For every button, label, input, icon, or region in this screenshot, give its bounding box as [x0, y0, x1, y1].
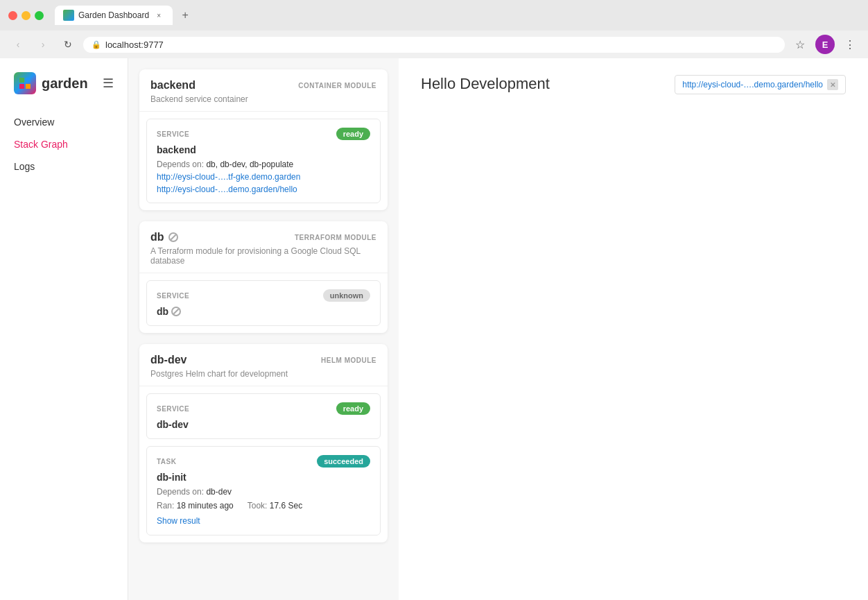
- module-header-backend: backend CONTAINER MODULE Backend service…: [139, 69, 388, 112]
- module-card-db: db TERRAFORM MODULE A Terraform module f…: [139, 221, 388, 333]
- sidebar-item-logs[interactable]: Logs: [0, 155, 128, 178]
- status-badge-db-init: succeeded: [317, 455, 370, 468]
- task-card-db-init: TASK succeeded db-init Depends on: db-de…: [146, 446, 381, 535]
- module-desc-backend: Backend service container: [150, 94, 376, 104]
- service-card-db-dev: SERVICE ready db-dev: [146, 393, 381, 439]
- detail-title: Hello Development: [421, 75, 550, 93]
- module-header-db: db TERRAFORM MODULE A Terraform module f…: [139, 221, 388, 273]
- forward-button[interactable]: ›: [33, 35, 53, 54]
- took-label: Took: 17.6 Sec: [248, 501, 302, 511]
- status-badge-db-dev: ready: [336, 402, 370, 415]
- logo-text: garden: [42, 76, 88, 92]
- sidebar-item-overview[interactable]: Overview: [0, 111, 128, 133]
- traffic-lights: [8, 11, 44, 20]
- module-title-row-backend: backend CONTAINER MODULE: [150, 79, 376, 92]
- depends-on-value-backend: db, db-dev, db-populate: [206, 160, 293, 169]
- status-badge-db: unknown: [323, 289, 370, 302]
- service-header-db: SERVICE unknown: [157, 289, 370, 302]
- status-badge-backend: ready: [336, 128, 370, 140]
- module-card-backend: backend CONTAINER MODULE Backend service…: [139, 69, 388, 210]
- main-content: backend CONTAINER MODULE Backend service…: [128, 58, 868, 600]
- module-card-db-dev: db-dev HELM MODULE Postgres Helm chart f…: [139, 344, 388, 542]
- detail-panel: Hello Development http://eysi-cloud-….de…: [399, 58, 868, 600]
- app-layout: garden ☰ Overview Stack Graph Logs backe…: [0, 58, 868, 600]
- module-header-db-dev: db-dev HELM MODULE Postgres Helm chart f…: [139, 344, 388, 386]
- garden-logo-icon: [14, 72, 36, 94]
- task-type-label-db-init: TASK: [157, 458, 176, 465]
- service-link-2-backend[interactable]: http://eysi-cloud-….demo.garden/hello: [157, 185, 370, 194]
- svg-rect-2: [19, 84, 24, 89]
- module-type-backend: CONTAINER MODULE: [298, 82, 376, 89]
- module-name-backend: backend: [150, 79, 196, 92]
- bookmark-icon[interactable]: ☆: [790, 35, 810, 54]
- module-desc-db-dev: Postgres Helm chart for development: [150, 369, 376, 379]
- service-name-backend: backend: [157, 144, 370, 155]
- svg-rect-1: [26, 78, 31, 83]
- ran-label: Ran: 18 minutes ago: [157, 501, 234, 511]
- sidebar-item-stack-graph[interactable]: Stack Graph: [0, 133, 128, 155]
- tab-title: Garden Dashboard: [78, 10, 149, 20]
- module-name-db-dev: db-dev: [150, 354, 186, 366]
- reload-button[interactable]: ↻: [58, 35, 78, 54]
- no-symbol-db-module: [168, 232, 178, 242]
- user-avatar[interactable]: E: [815, 35, 835, 54]
- depends-on-db-init: Depends on: db-dev: [157, 487, 370, 497]
- sidebar-nav: Overview Stack Graph Logs: [0, 111, 128, 178]
- close-traffic-light[interactable]: [8, 11, 17, 20]
- service-header-backend: SERVICE ready: [157, 128, 370, 140]
- tab-bar: Garden Dashboard × +: [55, 6, 860, 25]
- module-name-db: db: [150, 231, 178, 243]
- module-type-db-dev: HELM MODULE: [321, 357, 376, 364]
- service-header-db-dev: SERVICE ready: [157, 402, 370, 415]
- browser-chrome: Garden Dashboard × + ‹ › ↻ 🔒 localhost:9…: [0, 0, 868, 58]
- module-desc-db: A Terraform module for provisioning a Go…: [150, 246, 376, 266]
- sidebar: garden ☰ Overview Stack Graph Logs: [0, 58, 128, 600]
- browser-titlebar: Garden Dashboard × +: [0, 0, 868, 31]
- lock-icon: 🔒: [92, 40, 101, 49]
- service-type-label-db: SERVICE: [157, 292, 189, 300]
- maximize-traffic-light[interactable]: [35, 11, 44, 20]
- toolbar-right: ☆ E ⋮: [790, 35, 860, 54]
- service-name-db-dev: db-dev: [157, 419, 370, 430]
- service-name-db: db: [157, 306, 370, 317]
- detail-url-text[interactable]: http://eysi-cloud-….demo.garden/hello: [682, 80, 823, 89]
- task-name-db-init: db-init: [157, 472, 370, 483]
- address-text: localhost:9777: [105, 40, 164, 50]
- hamburger-icon[interactable]: ☰: [103, 76, 114, 91]
- depends-on-backend: Depends on: db, db-dev, db-populate: [157, 160, 370, 169]
- detail-url-close-button[interactable]: ✕: [827, 79, 838, 90]
- module-type-db: TERRAFORM MODULE: [295, 234, 376, 241]
- svg-rect-3: [26, 84, 31, 89]
- sidebar-logo: garden ☰: [0, 72, 128, 111]
- active-tab[interactable]: Garden Dashboard ×: [55, 6, 173, 25]
- new-tab-button[interactable]: +: [175, 6, 195, 25]
- detail-header: Hello Development http://eysi-cloud-….de…: [421, 75, 846, 94]
- tab-favicon: [63, 10, 74, 21]
- task-meta-db-init: Ran: 18 minutes ago Took: 17.6 Sec: [157, 501, 370, 511]
- depends-on-value-db-init: db-dev: [206, 487, 232, 497]
- svg-rect-0: [19, 78, 24, 83]
- service-link-1-backend[interactable]: http://eysi-cloud-….tf-gke.demo.garden: [157, 172, 370, 182]
- ran-value: 18 minutes ago: [177, 501, 234, 511]
- browser-menu-icon[interactable]: ⋮: [840, 35, 860, 54]
- address-bar[interactable]: 🔒 localhost:9777: [83, 37, 785, 53]
- service-type-label-backend: SERVICE: [157, 130, 189, 138]
- service-card-backend: SERVICE ready backend Depends on: db, db…: [146, 119, 381, 203]
- minimize-traffic-light[interactable]: [21, 11, 31, 20]
- task-header-db-init: TASK succeeded: [157, 455, 370, 468]
- back-button[interactable]: ‹: [8, 35, 28, 54]
- detail-url-chip: http://eysi-cloud-….demo.garden/hello ✕: [675, 75, 846, 94]
- show-result-link[interactable]: Show result: [157, 516, 200, 526]
- tab-close-button[interactable]: ×: [153, 10, 164, 21]
- service-card-db: SERVICE unknown db: [146, 280, 381, 326]
- module-title-row-db: db TERRAFORM MODULE: [150, 231, 376, 243]
- modules-panel: backend CONTAINER MODULE Backend service…: [128, 58, 399, 600]
- took-value: 17.6 Sec: [270, 501, 302, 511]
- module-title-row-db-dev: db-dev HELM MODULE: [150, 354, 376, 366]
- browser-toolbar: ‹ › ↻ 🔒 localhost:9777 ☆ E ⋮: [0, 31, 868, 58]
- no-symbol-db-service: [171, 307, 181, 316]
- service-type-label-db-dev: SERVICE: [157, 405, 189, 413]
